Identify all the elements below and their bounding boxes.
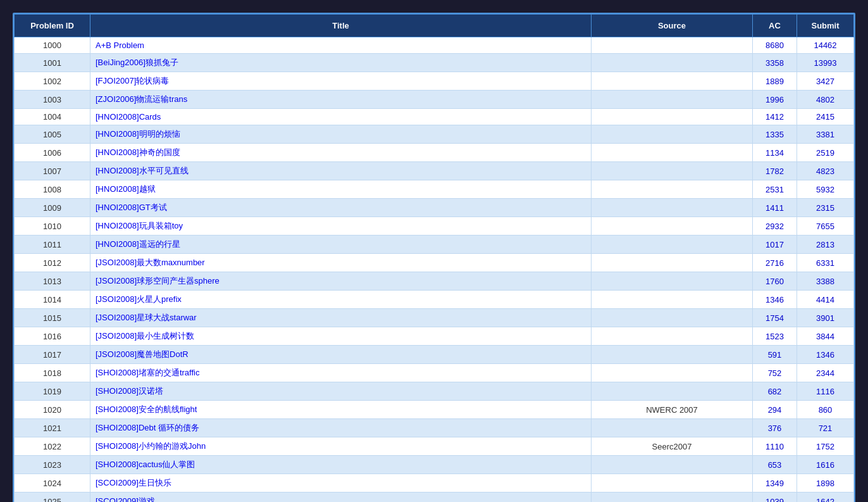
cell-source [592,272,753,291]
header-ac: AC [753,15,797,37]
cell-ac: 2531 [753,180,797,199]
cell-title[interactable]: [SHOI2008]cactus仙人掌图 [90,456,592,474]
cell-ac: 1889 [753,72,797,91]
cell-source [592,346,753,364]
cell-submit: 1346 [797,346,854,364]
cell-problem-id: 1012 [15,254,90,272]
cell-title[interactable]: [JSOI2008]最大数maxnumber [90,254,592,272]
cell-source [592,291,753,309]
cell-ac: 3358 [753,54,797,72]
cell-source [592,235,753,254]
cell-source [592,54,753,72]
table-row: 1017[JSOI2008]魔兽地图DotR5911346 [15,346,854,364]
cell-problem-id: 1021 [15,419,90,437]
cell-title[interactable]: [JSOI2008]最小生成树计数 [90,327,592,346]
table-row: 1016[JSOI2008]最小生成树计数15233844 [15,327,854,346]
cell-problem-id: 1025 [15,493,90,503]
cell-title[interactable]: [HNOI2008]越狱 [90,180,592,199]
cell-submit: 860 [797,401,854,419]
cell-ac: 2932 [753,217,797,235]
table-header-row: Problem ID Title Source AC Submit [15,15,854,37]
cell-source [592,474,753,493]
cell-problem-id: 1015 [15,309,90,327]
cell-title[interactable]: [HNOI2008]Cards [90,109,592,125]
table-row: 1024[SCOI2009]生日快乐13491898 [15,474,854,493]
table-row: 1014[JSOI2008]火星人prefix13464414 [15,291,854,309]
cell-ac: 1411 [753,199,797,217]
table-row: 1005[HNOI2008]明明的烦恼13353381 [15,125,854,144]
cell-problem-id: 1023 [15,456,90,474]
cell-title[interactable]: [ZJOI2006]物流运输trans [90,91,592,109]
cell-ac: 1760 [753,272,797,291]
cell-title[interactable]: [HNOI2008]神奇的国度 [90,144,592,162]
cell-source [592,254,753,272]
cell-problem-id: 1020 [15,401,90,419]
table-row: 1009[HNOI2008]GT考试14112315 [15,199,854,217]
cell-ac: 1412 [753,109,797,125]
table-row: 1019[SHOI2008]汉诺塔6821116 [15,382,854,401]
cell-problem-id: 1007 [15,162,90,180]
cell-problem-id: 1008 [15,180,90,199]
cell-submit: 3381 [797,125,854,144]
cell-title[interactable]: [SCOI2009]游戏 [90,493,592,503]
cell-ac: 1349 [753,474,797,493]
cell-title[interactable]: [SHOI2008]小约翰的游戏John [90,437,592,456]
cell-ac: 1335 [753,125,797,144]
cell-title[interactable]: [HNOI2008]水平可见直线 [90,162,592,180]
cell-title[interactable]: [JSOI2008]球形空间产生器sphere [90,272,592,291]
cell-title[interactable]: [HNOI2008]玩具装箱toy [90,217,592,235]
cell-source: NWERC 2007 [592,401,753,419]
table-row: 1001[BeiJing2006]狼抓兔子335813993 [15,54,854,72]
cell-ac: 1523 [753,327,797,346]
cell-submit: 1642 [797,493,854,503]
cell-title[interactable]: [SHOI2008]堵塞的交通traffic [90,364,592,382]
cell-title[interactable]: [JSOI2008]星球大战starwar [90,309,592,327]
cell-source [592,364,753,382]
cell-title[interactable]: A+B Problem [90,37,592,54]
cell-submit: 721 [797,419,854,437]
cell-ac: 752 [753,364,797,382]
cell-problem-id: 1002 [15,72,90,91]
table-row: 1004[HNOI2008]Cards14122415 [15,109,854,125]
cell-title[interactable]: [SHOI2008]汉诺塔 [90,382,592,401]
cell-submit: 2344 [797,364,854,382]
cell-problem-id: 1004 [15,109,90,125]
cell-source [592,37,753,54]
cell-submit: 2519 [797,144,854,162]
cell-ac: 1017 [753,235,797,254]
cell-ac: 8680 [753,37,797,54]
cell-source [592,217,753,235]
cell-title[interactable]: [FJOI2007]轮状病毒 [90,72,592,91]
table-row: 1013[JSOI2008]球形空间产生器sphere17603388 [15,272,854,291]
table-row: 1010[HNOI2008]玩具装箱toy29327655 [15,217,854,235]
cell-ac: 1754 [753,309,797,327]
cell-submit: 2813 [797,235,854,254]
header-problem-id: Problem ID [15,15,90,37]
cell-title[interactable]: [SHOI2008]Debt 循环的债务 [90,419,592,437]
cell-problem-id: 1019 [15,382,90,401]
cell-problem-id: 1011 [15,235,90,254]
table-row: 1012[JSOI2008]最大数maxnumber27166331 [15,254,854,272]
cell-source [592,180,753,199]
cell-source [592,419,753,437]
cell-title[interactable]: [SCOI2009]生日快乐 [90,474,592,493]
cell-title[interactable]: [JSOI2008]火星人prefix [90,291,592,309]
table-row: 1025[SCOI2009]游戏10391642 [15,493,854,503]
table-row: 1021[SHOI2008]Debt 循环的债务376721 [15,419,854,437]
cell-title[interactable]: [BeiJing2006]狼抓兔子 [90,54,592,72]
cell-title[interactable]: [HNOI2008]明明的烦恼 [90,125,592,144]
cell-ac: 376 [753,419,797,437]
cell-title[interactable]: [JSOI2008]魔兽地图DotR [90,346,592,364]
cell-title[interactable]: [SHOI2008]安全的航线flight [90,401,592,419]
cell-problem-id: 1006 [15,144,90,162]
cell-title[interactable]: [HNOI2008]遥远的行星 [90,235,592,254]
cell-submit: 1616 [797,456,854,474]
cell-problem-id: 1016 [15,327,90,346]
cell-source [592,162,753,180]
table-row: 1007[HNOI2008]水平可见直线17824823 [15,162,854,180]
cell-problem-id: 1005 [15,125,90,144]
cell-problem-id: 1013 [15,272,90,291]
cell-title[interactable]: [HNOI2008]GT考试 [90,199,592,217]
cell-problem-id: 1009 [15,199,90,217]
cell-submit: 1116 [797,382,854,401]
